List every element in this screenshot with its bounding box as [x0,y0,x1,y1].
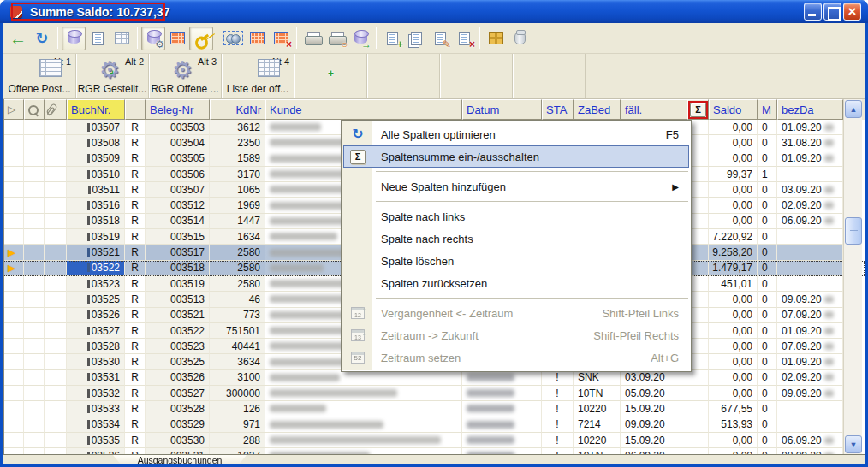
column-header-kdnr[interactable]: KdNr [210,99,265,120]
print-button[interactable] [300,27,324,50]
menu-item-zeitraum-setzen[interactable]: 52Zeitraum setzenAlt+G [342,346,691,369]
column-header-bezda[interactable]: bezDa [777,99,843,120]
print-preview-button[interactable]: ○ [324,27,348,50]
cell-clip [45,292,67,307]
copy-button[interactable] [404,27,428,50]
rgr-gestellt-button[interactable]: Alt 2⚙RGR Gestellt... [76,54,149,98]
column-sum-toggle-button[interactable]: Σ [690,103,706,117]
cell-marker [3,151,24,167]
back-button[interactable]: ← [6,27,30,50]
grid-view-button[interactable] [110,27,134,50]
cell-saldo: 0,00 [709,308,758,323]
minimize-button[interactable] [804,3,822,21]
clipped-digit [87,436,90,445]
table-row-03533[interactable]: 03533R003528126!1022015.09.20677,550 [3,401,865,417]
offene-posten-button[interactable]: Alt 1+Offene Post... [3,54,76,98]
menu-item-vergangenheit-zeitraum[interactable]: ↑12Vergangenheit <- ZeitraumShift-Pfeil … [342,302,691,324]
package-button[interactable] [484,27,508,50]
cell-r: R [125,261,146,276]
column-header-beleg[interactable]: Beleg-Nr [146,99,210,120]
cell-bezda [777,417,843,433]
column-header-buchnr[interactable]: BuchNr. [67,99,125,120]
column-header-zabed[interactable]: ZaBed [574,99,621,120]
column-header-saldo[interactable]: Saldo [709,99,758,120]
row-delete-button[interactable]: × [452,27,476,50]
menu-separator [376,201,688,202]
cell-kunde [265,386,462,401]
menu-item-spalte-loeschen[interactable]: Spalte löschen [342,250,691,272]
column-header-datum[interactable]: Datum [462,99,542,120]
cell-saldo: 0,00 [709,448,758,454]
menu-item-spalte-loeschen-label: Spalte löschen [381,255,454,268]
column-header-sigma[interactable]: Σ [687,99,709,120]
cell-saldo: 0,00 [709,323,758,339]
cell-kdnr: 1037 [210,448,265,454]
clipped-digit [87,327,90,335]
cell-bezda: 02.09.20 [777,370,843,386]
data-button[interactable] [62,27,86,50]
scroll-up-button[interactable]: ▲ [845,100,862,118]
refresh-button[interactable]: ↻ [30,27,54,50]
cell-search [24,276,45,292]
menu-item-spalte-nach-links[interactable]: Spalte nach links [342,205,691,228]
scrollbar-thumb[interactable] [845,217,862,245]
tab-ausgangsbuchungen[interactable]: Ausgangsbuchungen [113,455,247,464]
cell-m: 0 [758,151,777,167]
mark-all-button[interactable] [245,27,269,50]
cell-marker [3,401,24,417]
menu-item-neue-spalten-hinzufuegen[interactable]: Neue Spalten hinzufügen▶ [342,175,691,198]
export-button[interactable]: → [348,27,372,50]
table-row-03535[interactable]: 03535R003530288!1022015.09.200,00006.09.… [3,433,865,448]
column-header-sta[interactable]: STA [542,99,574,120]
cell-m: 0 [758,182,777,198]
cell-kdnr: 1065 [210,182,265,198]
column-header-m[interactable]: M [758,99,777,120]
column-header-clip[interactable] [45,99,67,120]
rgr-offene-button-label: RGR Offene ... [149,83,221,95]
action-toolbar-separator [367,54,440,98]
table-row-03536[interactable]: 03536R0035311037!10TN06.09.200,00008.09.… [3,448,865,454]
table-row-03531[interactable]: 03531R0035263100!SNK03.09.200,00002.09.2… [3,370,865,386]
rgr-offene-button[interactable]: Alt 3⚙RGR Offene ... [149,54,222,98]
key-button[interactable] [189,27,213,50]
cell-buchnr: 03508 [67,135,125,151]
column-header-search[interactable] [24,99,45,120]
cell-bezda: 01.09.20 [777,120,843,135]
archive-button[interactable] [508,27,532,50]
close-button[interactable] [843,3,861,21]
cell-beleg: 003504 [146,135,210,151]
vertical-scrollbar[interactable]: ▲ ▼ [843,99,862,454]
clear-grid-button[interactable]: × [269,27,293,50]
search-button[interactable] [221,27,245,50]
row-edit-button[interactable]: ✎ [428,27,452,50]
column-header-marker[interactable]: ▷ [3,99,24,120]
data-settings-button[interactable]: ⚙ [141,27,165,50]
row-add-button[interactable]: + [380,27,404,50]
maximize-button[interactable] [823,3,841,21]
column-header-r[interactable] [125,99,146,120]
menu-item-spalte-nach-rechts[interactable]: Spalte nach rechts [342,228,691,250]
column-header-kunde[interactable]: Kunde [265,99,462,120]
table-view-button[interactable] [165,27,189,50]
cell-clip [45,182,67,198]
menu-item-zeitraum-zukunft[interactable]: ↓13Zeitraum -> ZukunftShift-Pfeil Rechts [342,324,691,346]
table-row-03532[interactable]: 03532R003527300000!10TN05.09.200,00009.0… [3,386,865,401]
column-header-faell[interactable]: fäll. [621,99,687,120]
menu-item-alle-spalten-optimieren[interactable]: ↻Alle Spalten optimierenF5 [342,123,691,145]
cell-marker [3,323,24,339]
cell-kunde [265,401,462,417]
scroll-down-button[interactable]: ▼ [845,435,862,453]
action-toolbar-separator [294,54,367,98]
menu-item-spalten-zuruecksetzen[interactable]: Spalten zurücksetzen [342,272,691,294]
table-row-03534[interactable]: 03534R003529971!721409.09.20513,930 [3,417,865,433]
liste-der-offenen-button[interactable]: Alt 4+Liste der off... [222,54,294,98]
cell-search [24,214,45,229]
menu-item-spaltensumme[interactable]: ΣSpaltensumme ein-/ausschalten [343,145,689,168]
cell-clip [45,276,67,292]
cell-bezda: 06.09.20 [777,433,843,448]
toolbar-separator [479,27,480,49]
list-view-button[interactable] [86,27,110,50]
cell-marker [3,417,24,433]
cell-m: 0 [758,292,777,307]
redacted-year-suffix [824,202,834,209]
